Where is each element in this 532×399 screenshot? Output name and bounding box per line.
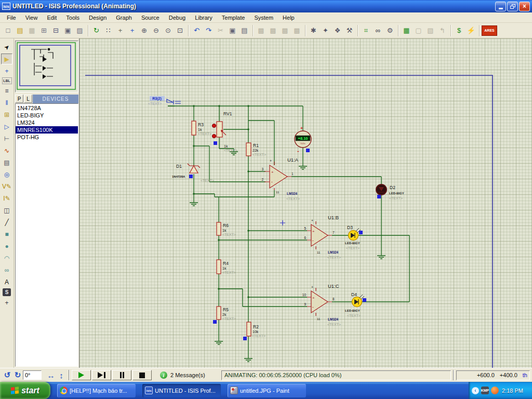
save-design-button[interactable]: ▦ xyxy=(26,24,38,36)
pan-button[interactable]: + xyxy=(126,24,138,36)
power-terminal[interactable]: R3(2) <TEXT> xyxy=(148,96,181,106)
play-button[interactable] xyxy=(72,370,91,380)
menu-edit[interactable]: Edit xyxy=(42,14,61,22)
generator-mode-button[interactable]: ◎ xyxy=(1,169,12,180)
decompose-button[interactable]: ⚒ xyxy=(343,24,355,36)
mirror-y-button[interactable]: ↕ xyxy=(56,370,66,380)
goto-sheet-button[interactable]: ↰ xyxy=(436,24,448,36)
mirror-x-button[interactable]: ↔ xyxy=(46,370,56,380)
new-sheet-button[interactable]: ▢ xyxy=(413,24,424,36)
minimize-button[interactable] xyxy=(495,2,506,11)
device-item-led-bigy[interactable]: LED-BIGY xyxy=(16,112,78,119)
menu-view[interactable]: View xyxy=(21,14,43,22)
message-info-button[interactable]: i xyxy=(160,371,167,379)
graphic-circle-button[interactable]: ● xyxy=(1,241,12,251)
component-r4[interactable]: R4 1k <TEXT> xyxy=(217,260,236,274)
component-r1[interactable]: R1 22k <TEXT> xyxy=(246,143,266,156)
pause-button[interactable] xyxy=(112,370,131,380)
component-u1b[interactable]: + - 5 6 7 + 11 U1:B LM324 <TEXT> xyxy=(304,215,341,259)
zoom-all-button[interactable]: ⊙ xyxy=(162,24,174,36)
block-rotate-button[interactable]: ▩ xyxy=(279,24,291,36)
wire-autorouter-button[interactable]: ⌗ xyxy=(360,24,372,36)
terminal-button[interactable]: ▷ xyxy=(1,121,12,132)
false-origin-button[interactable]: + xyxy=(114,24,126,36)
pick-parts-button[interactable]: P xyxy=(15,95,23,103)
undo-button[interactable]: ↶ xyxy=(191,24,203,36)
overview-minimap[interactable] xyxy=(15,41,78,92)
zoom-in-button[interactable]: ⊕ xyxy=(138,24,150,36)
import-section-button[interactable]: ⊞ xyxy=(38,24,50,36)
component-r2[interactable]: R2 10k <TEXT> xyxy=(247,322,265,338)
redraw-button[interactable]: ↻ xyxy=(90,24,102,36)
component-mode-button[interactable]: ▶ xyxy=(1,54,12,64)
component-u1c[interactable]: + - 10 9 8 + 11 U1:C LM324 <TEXT> xyxy=(302,283,341,326)
device-item-1n4728a[interactable]: 1N4728A xyxy=(16,104,78,112)
open-design-button[interactable]: ▤ xyxy=(14,24,26,36)
graphic-marker-button[interactable]: + xyxy=(1,297,12,308)
graphic-box-button[interactable]: ■ xyxy=(1,229,12,240)
graphic-line-button[interactable]: ╱ xyxy=(1,217,12,228)
menu-tools[interactable]: Tools xyxy=(61,14,84,22)
rotation-angle-input[interactable] xyxy=(23,370,42,380)
text-script-button[interactable]: ≡ xyxy=(1,85,12,96)
buses-button[interactable]: ‖ xyxy=(1,97,12,108)
tray-app-orange-icon[interactable] xyxy=(491,387,499,394)
property-assignment-button[interactable]: ⚙ xyxy=(384,24,396,36)
selection-pointer-button[interactable]: ➤ xyxy=(0,39,15,55)
wires[interactable] xyxy=(168,105,409,358)
device-list[interactable]: 1N4728ALED-BIGYLM324MINRES100KPOT-HG xyxy=(15,103,78,367)
pick-device-button[interactable]: ✱ xyxy=(308,24,320,36)
print-design-button[interactable]: ▣ xyxy=(62,24,74,36)
component-d4[interactable]: D4 LED-BIGY <TEXT> xyxy=(345,292,364,317)
menu-graph[interactable]: Graph xyxy=(111,14,137,22)
redo-button[interactable]: ↷ xyxy=(203,24,215,36)
component-r3[interactable]: R3 1k <TEXT> xyxy=(192,121,211,136)
bill-of-materials-button[interactable]: $ xyxy=(453,24,465,36)
start-button[interactable]: start xyxy=(0,382,50,399)
close-button[interactable]: × xyxy=(519,2,530,11)
menu-template[interactable]: Template xyxy=(217,14,250,22)
search-and-tag-button[interactable]: ∞ xyxy=(372,24,384,36)
new-design-button[interactable]: □ xyxy=(2,24,14,36)
graphic-symbol-button[interactable]: S xyxy=(3,288,11,296)
library-button[interactable]: L xyxy=(24,95,32,103)
toggle-grid-button[interactable]: ∷ xyxy=(102,24,114,36)
menu-debug[interactable]: Debug xyxy=(164,14,190,22)
schematic-editor[interactable]: R3(2) <TEXT> R3 1k <TEXT> RV1 1k <TEXT> … xyxy=(79,38,532,368)
virtual-instruments-button[interactable]: ◫ xyxy=(1,205,12,216)
step-button[interactable] xyxy=(92,370,111,380)
junction-dot-button[interactable]: + xyxy=(1,65,12,76)
hide-icons-icon[interactable]: ‹ xyxy=(472,387,479,394)
wire-label-button[interactable]: LBL xyxy=(2,77,12,84)
device-pin-button[interactable]: ⊢ xyxy=(1,133,12,144)
menu-source[interactable]: Source xyxy=(137,14,164,22)
kmplayer-icon[interactable]: KMP xyxy=(481,387,489,394)
tape-recorder-button[interactable]: ▤ xyxy=(1,157,12,168)
packaging-tool-button[interactable]: ❖ xyxy=(331,24,343,36)
subcircuit-button[interactable]: ⊞ xyxy=(1,109,12,120)
cut-button[interactable]: ✂ xyxy=(215,24,227,36)
rotate-ccw-button[interactable]: ↺ xyxy=(2,370,12,380)
stop-button[interactable] xyxy=(132,370,152,380)
zoom-area-button[interactable]: ⊡ xyxy=(174,24,186,36)
component-rv1[interactable]: RV1 1k <TEXT> xyxy=(212,111,237,152)
zoom-out-button[interactable]: ⊖ xyxy=(150,24,162,36)
device-item-pot-hg[interactable]: POT-HG xyxy=(16,134,78,141)
component-r6[interactable]: R6 1k <TEXT> xyxy=(217,222,236,236)
taskbar-clock[interactable]: 2:18 PM xyxy=(502,388,523,394)
block-delete-button[interactable]: ▩ xyxy=(291,24,303,36)
menu-design[interactable]: Design xyxy=(84,14,111,22)
current-probe-button[interactable]: I✎ xyxy=(1,193,12,204)
menu-library[interactable]: Library xyxy=(190,14,217,22)
component-r5[interactable]: R5 2k <TEXT> xyxy=(217,307,236,321)
copy-button[interactable]: ▣ xyxy=(227,24,238,36)
component-u1a[interactable]: + - 3 2 1 + 11 U1:A LM324 <TEXT> xyxy=(261,157,300,201)
menu-help[interactable]: Help xyxy=(278,14,299,22)
taskbar-task[interactable]: isisUNTITLED - ISIS Prof... xyxy=(142,384,221,397)
graphic-text-button[interactable]: A xyxy=(1,276,12,287)
block-copy-button[interactable]: ▩ xyxy=(255,24,267,36)
menu-system[interactable]: System xyxy=(249,14,278,22)
taskbar-task[interactable]: [HELP!!] Mạch báo tr... xyxy=(57,384,136,397)
rotate-cw-button[interactable]: ↻ xyxy=(12,370,23,380)
menu-file[interactable]: File xyxy=(2,14,21,22)
